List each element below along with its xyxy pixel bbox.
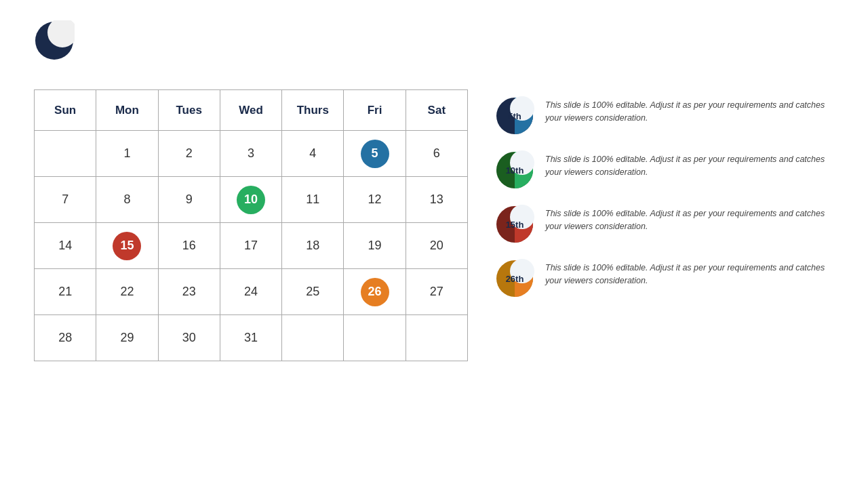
calendar-cell: 6 — [406, 131, 467, 177]
calendar-cell: 4 — [282, 131, 344, 177]
event-text-content: This slide is 100% editable. Adjust it a… — [545, 99, 834, 125]
event-item: 26th This slide is 100% editable. Adjust… — [495, 259, 834, 298]
event-date-label: 10th — [506, 165, 524, 176]
calendar: SunMonTuesWedThursFriSat 123456789101112… — [34, 89, 468, 361]
event-badge: 5th — [495, 96, 534, 136]
calendar-cell: 28 — [35, 315, 96, 361]
header — [34, 20, 834, 61]
event-text-content: This slide is 100% editable. Adjust it a… — [545, 207, 834, 234]
event-date-label: 5th — [508, 111, 521, 121]
calendar-cell: 11 — [282, 177, 344, 223]
calendar-cell: 19 — [344, 223, 406, 269]
calendar-cell — [35, 131, 96, 177]
calendar-header-sun: Sun — [35, 90, 96, 131]
calendar-header-tues: Tues — [158, 90, 220, 131]
calendar-cell: 21 — [35, 269, 96, 315]
calendar-cell — [344, 315, 406, 361]
event-date-label: 26th — [506, 274, 524, 284]
event-description: This slide is 100% editable. Adjust it a… — [545, 96, 834, 125]
calendar-cell: 14 — [35, 223, 96, 269]
event-item: 15th This slide is 100% editable. Adjust… — [495, 205, 834, 244]
event-description: This slide is 100% editable. Adjust it a… — [545, 205, 834, 234]
calendar-cell: 24 — [220, 269, 281, 315]
calendar-header-fri: Fri — [344, 90, 406, 131]
calendar-cell: 31 — [220, 315, 281, 361]
calendar-cell: 1 — [96, 131, 158, 177]
events-sidebar: 5th This slide is 100% editable. Adjust … — [495, 89, 834, 298]
event-date-label: 15th — [506, 220, 524, 230]
highlighted-date: 5 — [361, 140, 389, 168]
calendar-header-wed: Wed — [220, 90, 281, 131]
calendar-cell: 30 — [158, 315, 220, 361]
calendar-cell: 27 — [406, 269, 467, 315]
event-description: This slide is 100% editable. Adjust it a… — [545, 259, 834, 288]
calendar-header-sat: Sat — [406, 90, 467, 131]
highlighted-date: 26 — [361, 278, 389, 306]
calendar-cell: 5 — [344, 131, 406, 177]
calendar-header-thurs: Thurs — [282, 90, 344, 131]
calendar-cell: 26 — [344, 269, 406, 315]
event-badge: 26th — [495, 259, 534, 298]
calendar-cell: 10 — [220, 177, 281, 223]
calendar-cell: 9 — [158, 177, 220, 223]
calendar-cell: 20 — [406, 223, 467, 269]
event-text-content: This slide is 100% editable. Adjust it a… — [545, 262, 834, 288]
moon-icon — [34, 20, 75, 61]
calendar-cell: 22 — [96, 269, 158, 315]
calendar-cell: 15 — [96, 223, 158, 269]
calendar-cell: 8 — [96, 177, 158, 223]
highlighted-date: 15 — [113, 232, 141, 260]
calendar-cell: 18 — [282, 223, 344, 269]
calendar-cell — [282, 315, 344, 361]
calendar-cell: 7 — [35, 177, 96, 223]
calendar-cell: 12 — [344, 177, 406, 223]
subtitle-area — [34, 73, 834, 77]
calendar-cell: 13 — [406, 177, 467, 223]
calendar-cell: 23 — [158, 269, 220, 315]
event-item: 10th This slide is 100% editable. Adjust… — [495, 150, 834, 190]
calendar-cell: 16 — [158, 223, 220, 269]
event-text-content: This slide is 100% editable. Adjust it a… — [545, 153, 834, 180]
calendar-header-mon: Mon — [96, 90, 158, 131]
calendar-cell: 29 — [96, 315, 158, 361]
calendar-cell: 2 — [158, 131, 220, 177]
event-badge: 15th — [495, 205, 534, 244]
event-badge: 10th — [495, 150, 534, 190]
main-content: SunMonTuesWedThursFriSat 123456789101112… — [34, 89, 834, 474]
calendar-cell — [406, 315, 467, 361]
calendar-cell: 3 — [220, 131, 281, 177]
event-description: This slide is 100% editable. Adjust it a… — [545, 150, 834, 180]
event-item: 5th This slide is 100% editable. Adjust … — [495, 96, 834, 136]
calendar-cell: 25 — [282, 269, 344, 315]
highlighted-date: 10 — [237, 186, 265, 214]
calendar-cell: 17 — [220, 223, 281, 269]
